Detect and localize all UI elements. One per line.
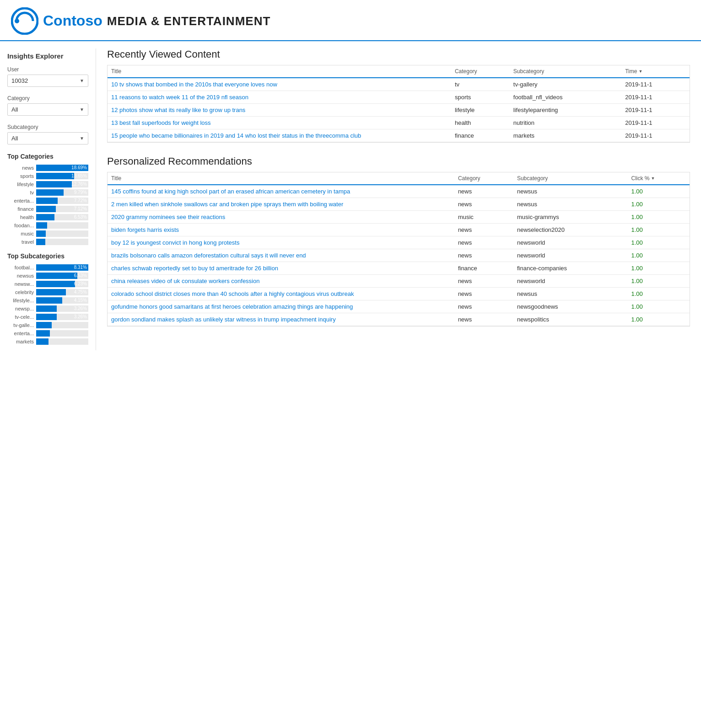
cat-bar-track: 9.79% — [36, 189, 88, 196]
rv-time-cell: 2019-11-1 — [621, 91, 690, 104]
subcategory-value: All — [11, 135, 18, 142]
rv-col-time: Time ▼ — [621, 65, 690, 78]
category-value: All — [11, 106, 18, 113]
subcat-bar-label: tv-cele... — [7, 314, 34, 320]
sidebar: Insights Explorer User 10032 ▼ Category … — [0, 48, 96, 350]
rec-title-cell[interactable]: colorado school district closes more tha… — [108, 288, 454, 300]
app-title: MEDIA & ENTERTAINMENT — [107, 14, 271, 28]
rec-click-pct-cell: 1.00 — [627, 275, 690, 288]
rec-title-cell[interactable]: biden forgets harris exists — [108, 224, 454, 236]
recommendations-table-wrapper[interactable]: Title Category Subcategory Click % ▼ — [107, 172, 690, 327]
user-value: 10032 — [11, 77, 28, 84]
rv-title-cell[interactable]: 10 tv shows that bombed in the 2010s tha… — [108, 78, 451, 91]
rec-col-click-pct: Click % ▼ — [627, 172, 690, 185]
rv-title-cell[interactable]: 11 reasons to watch week 11 of the 2019 … — [108, 91, 451, 104]
logo-c: C — [43, 13, 54, 29]
subcat-bar-fill: 6.23% — [36, 281, 75, 287]
subcategory-label: Subcategory — [7, 124, 88, 130]
rv-time-sort-icon: ▼ — [638, 69, 642, 74]
subcat-bar-pct: 8.31% — [74, 265, 87, 270]
rv-subcategory-cell: tv-gallery — [510, 78, 621, 91]
rec-title-cell[interactable]: china releases video of uk consulate wor… — [108, 275, 454, 288]
recently-viewed-table: Title Category Subcategory Time ▼ — [108, 65, 690, 142]
rec-title-cell[interactable]: 2020 grammy nominees see their reactions — [108, 211, 454, 224]
table-row: colorado school district closes more tha… — [108, 288, 690, 300]
rec-title-cell[interactable]: boy 12 is youngest convict in hong kong … — [108, 236, 454, 249]
rv-time-cell: 2019-11-1 — [621, 117, 690, 129]
table-row: 145 coffins found at king high school pa… — [108, 185, 690, 198]
recently-viewed-title: Recently Viewed Content — [107, 48, 690, 60]
rec-click-pct-cell: 1.00 — [627, 249, 690, 262]
table-row: 2 men killed when sinkhole swallows car … — [108, 198, 690, 211]
user-label: User — [7, 66, 88, 73]
rec-title-cell[interactable]: gofundme honors good samaritans at first… — [108, 300, 454, 313]
rec-click-pct-cell: 1.00 — [627, 313, 690, 326]
table-row: 11 reasons to watch week 11 of the 2019 … — [108, 91, 690, 104]
cat-bar-fill: 7.12% — [36, 206, 56, 212]
subcat-bar-fill: 4.75% — [36, 289, 66, 295]
cat-bar-row: news 18.69% — [7, 165, 88, 171]
rv-time-cell: 2019-11-1 — [621, 129, 690, 142]
rv-subcategory-cell: nutrition — [510, 117, 621, 129]
rec-category-cell: music — [454, 211, 513, 224]
cat-bar-track — [36, 230, 88, 237]
rv-col-category: Category — [451, 65, 510, 78]
rec-subcategory-cell: newsworld — [513, 275, 628, 288]
rec-title-cell[interactable]: charles schwab reportedly set to buy td … — [108, 262, 454, 275]
rec-category-cell: finance — [454, 262, 513, 275]
cat-bar-fill — [36, 239, 45, 245]
subcat-bar-pct: 4.15% — [74, 298, 87, 303]
subcat-bar-track: 6.53% — [36, 273, 88, 279]
rec-title-cell[interactable]: 145 coffins found at king high school pa… — [108, 185, 454, 198]
subcat-bar-track: 3.26% — [36, 314, 88, 320]
rec-subcategory-cell: newsworld — [513, 236, 628, 249]
rec-category-cell: news — [454, 236, 513, 249]
main-layout: Insights Explorer User 10032 ▼ Category … — [0, 41, 701, 350]
cat-bar-label: sports — [7, 173, 34, 179]
table-row: 13 best fall superfoods for weight loss … — [108, 117, 690, 129]
cat-bar-label: finance — [7, 206, 34, 212]
rv-time-cell: 2019-11-1 — [621, 78, 690, 91]
header: C ontoso MEDIA & ENTERTAINMENT — [0, 0, 701, 41]
cat-bar-label: tv — [7, 190, 34, 195]
category-select[interactable]: All ▼ — [7, 103, 88, 116]
rv-category-cell: lifestyle — [451, 104, 510, 117]
cat-bar-track: 12.76% — [36, 181, 88, 187]
cat-bar-row: music — [7, 230, 88, 237]
cat-bar-fill: 6.53% — [36, 214, 54, 220]
rec-title-cell[interactable]: brazils bolsonaro calls amazon deforesta… — [108, 249, 454, 262]
recommendations-title: Personalized Recommendations — [107, 155, 690, 167]
subcat-bar-track: 6.23% — [36, 281, 88, 287]
rec-subcategory-cell: newsus — [513, 288, 628, 300]
subcat-bar-label: newsw... — [7, 281, 34, 287]
rec-title-cell[interactable]: gordon sondland makes splash as unlikely… — [108, 313, 454, 326]
subcategory-select[interactable]: All ▼ — [7, 132, 88, 145]
subcat-bar-row: newsp... 3.26% — [7, 305, 88, 312]
subcat-bar-row: newsw... 6.23% — [7, 281, 88, 287]
rec-click-pct-cell: 1.00 — [627, 211, 690, 224]
category-select-arrow: ▼ — [80, 107, 84, 112]
cat-bar-fill — [36, 230, 46, 237]
table-row: gordon sondland makes splash as unlikely… — [108, 313, 690, 326]
rv-subcategory-cell: football_nfl_videos — [510, 91, 621, 104]
rv-title-cell[interactable]: 15 people who became billionaires in 201… — [108, 129, 451, 142]
subcat-bar-pct: 4.75% — [74, 289, 87, 294]
logo-area: C ontoso MEDIA & ENTERTAINMENT — [11, 7, 270, 35]
subcat-bar-row: footbal... 8.31% — [7, 264, 88, 271]
recently-viewed-section: Recently Viewed Content Title Category S… — [107, 48, 690, 143]
rv-title-cell[interactable]: 12 photos show what its really like to g… — [108, 104, 451, 117]
subcat-bar-pct: 6.23% — [74, 281, 87, 286]
recently-viewed-thead: Title Category Subcategory Time ▼ — [108, 65, 690, 78]
category-filter-section: Category All ▼ — [7, 95, 88, 116]
rec-title-cell[interactable]: 2 men killed when sinkhole swallows car … — [108, 198, 454, 211]
recently-viewed-table-wrapper[interactable]: Title Category Subcategory Time ▼ — [107, 65, 690, 143]
subcat-bar-label: markets — [7, 339, 34, 344]
subcat-bar-track: 4.75% — [36, 289, 88, 295]
rec-click-pct-cell: 1.00 — [627, 198, 690, 211]
subcat-bar-pct: 3.26% — [74, 314, 87, 319]
rv-title-cell[interactable]: 13 best fall superfoods for weight loss — [108, 117, 451, 129]
user-select[interactable]: 10032 ▼ — [7, 75, 88, 87]
rec-click-pct-cell: 1.00 — [627, 236, 690, 249]
rec-subcategory-cell: newsworld — [513, 249, 628, 262]
cat-bar-label: travel — [7, 239, 34, 245]
